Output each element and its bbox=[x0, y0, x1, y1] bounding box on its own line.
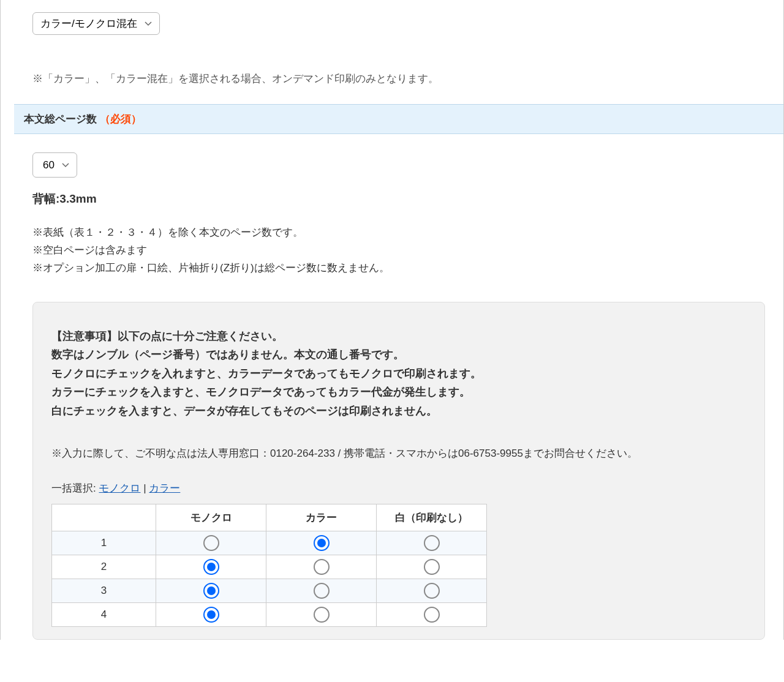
bulk-select-row: 一括選択: モノクロ | カラー bbox=[51, 481, 746, 495]
radio-cell-white bbox=[377, 555, 487, 579]
spine-width: 背幅:3.3mm bbox=[32, 191, 765, 207]
row-number: 2 bbox=[52, 555, 156, 579]
caution-line: 白にチェックを入ますと、データが存在してもそのページは印刷されません。 bbox=[51, 402, 746, 421]
radio-cell-color bbox=[266, 531, 377, 555]
row-number: 3 bbox=[52, 579, 156, 602]
page-note-line: ※表紙（表１・２・３・４）を除く本文のページ数です。 bbox=[32, 224, 765, 242]
page-color-table: モノクロ カラー 白（印刷なし） 1234 bbox=[51, 504, 487, 627]
radio-white[interactable] bbox=[424, 583, 440, 599]
caution-line: 数字はノンブル（ページ番号）ではありません。本文の通し番号です。 bbox=[51, 345, 746, 364]
radio-cell-white bbox=[377, 579, 487, 602]
radio-cell-mono bbox=[156, 602, 266, 626]
radio-mono[interactable] bbox=[203, 583, 219, 599]
caution-line: モノクロにチェックを入れますと、カラーデータであってもモノクロで印刷されます。 bbox=[51, 364, 746, 383]
radio-color[interactable] bbox=[314, 583, 330, 599]
radio-cell-color bbox=[266, 602, 377, 626]
radio-cell-mono bbox=[156, 531, 266, 555]
radio-color[interactable] bbox=[314, 607, 330, 623]
color-mode-select[interactable]: カラー/モノクロ混在 bbox=[32, 12, 160, 35]
table-row: 2 bbox=[52, 555, 487, 579]
radio-cell-color bbox=[266, 579, 377, 602]
table-row: 3 bbox=[52, 579, 487, 602]
row-number: 4 bbox=[52, 602, 156, 626]
table-row: 4 bbox=[52, 602, 487, 626]
radio-mono[interactable] bbox=[203, 535, 219, 551]
radio-color[interactable] bbox=[314, 535, 330, 551]
contact-note: ※入力に際して、ご不明な点は法人専用窓口：0120-264-233 / 携帯電話… bbox=[51, 445, 746, 463]
table-row: 1 bbox=[52, 531, 487, 555]
radio-mono[interactable] bbox=[203, 559, 219, 575]
radio-cell-mono bbox=[156, 579, 266, 602]
page-count-title: 本文総ページ数 bbox=[24, 113, 97, 125]
table-header-mono: モノクロ bbox=[156, 504, 266, 531]
color-mode-note: ※「カラー」、「カラー混在」を選択される場合、オンデマンド印刷のみとなります。 bbox=[32, 72, 765, 86]
caution-heading: 【注意事項】以下の点に十分ご注意ください。 数字はノンブル（ページ番号）ではあり… bbox=[51, 327, 746, 421]
radio-white[interactable] bbox=[424, 559, 440, 575]
table-header-white: 白（印刷なし） bbox=[377, 504, 487, 531]
radio-cell-color bbox=[266, 555, 377, 579]
radio-white[interactable] bbox=[424, 607, 440, 623]
page-count-notes: ※表紙（表１・２・３・４）を除く本文のページ数です。 ※空白ページは含みます ※… bbox=[32, 224, 765, 277]
radio-cell-white bbox=[377, 531, 487, 555]
bulk-select-mono-link[interactable]: モノクロ bbox=[99, 482, 140, 494]
bulk-select-separator: | bbox=[143, 482, 149, 494]
page-count-header: 本文総ページ数 （必須） bbox=[14, 104, 783, 134]
caution-line: カラーにチェックを入ますと、モノクロデータであってもカラー代金が発生します。 bbox=[51, 383, 746, 402]
required-label: （必須） bbox=[100, 113, 141, 125]
page-note-line: ※オプション加工の扉・口絵、片袖折り(Z折り)は総ページ数に数えません。 bbox=[32, 260, 765, 277]
radio-mono[interactable] bbox=[203, 607, 219, 623]
table-header-num bbox=[52, 504, 156, 531]
radio-cell-mono bbox=[156, 555, 266, 579]
caution-box: 【注意事項】以下の点に十分ご注意ください。 数字はノンブル（ページ番号）ではあり… bbox=[32, 302, 765, 640]
radio-cell-white bbox=[377, 602, 487, 626]
caution-line: 【注意事項】以下の点に十分ご注意ください。 bbox=[51, 327, 746, 346]
page-count-select[interactable]: 60 bbox=[32, 152, 77, 178]
bulk-select-color-link[interactable]: カラー bbox=[149, 482, 180, 494]
radio-color[interactable] bbox=[314, 559, 330, 575]
page-note-line: ※空白ページは含みます bbox=[32, 242, 765, 260]
radio-white[interactable] bbox=[424, 535, 440, 551]
row-number: 1 bbox=[52, 531, 156, 555]
bulk-select-label: 一括選択: bbox=[51, 482, 96, 494]
table-header-color: カラー bbox=[266, 504, 377, 531]
